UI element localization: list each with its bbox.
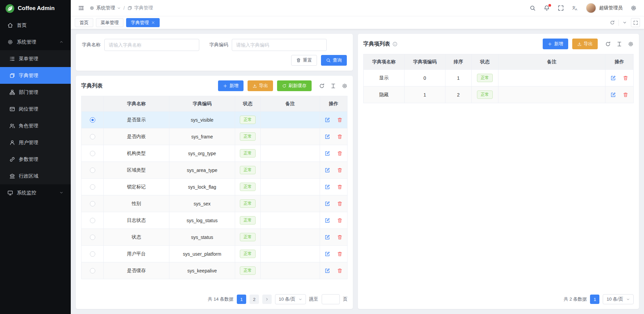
tab-menu-management[interactable]: 菜单管理 <box>96 18 123 27</box>
sidebar-item-home[interactable]: 首页 <box>0 17 71 34</box>
close-icon[interactable] <box>151 21 155 24</box>
edit-icon[interactable] <box>325 268 330 273</box>
query-button[interactable]: 查询 <box>321 55 347 66</box>
row-radio[interactable] <box>90 201 95 206</box>
row-radio[interactable] <box>90 117 95 123</box>
table-row[interactable]: 机构类型 sys_org_type 正常 <box>82 145 347 162</box>
tab-dict-management[interactable]: 字典管理 <box>126 18 160 27</box>
reset-button[interactable]: 重置 <box>291 55 317 66</box>
delete-icon[interactable] <box>337 168 342 173</box>
delete-icon[interactable] <box>337 235 342 240</box>
edit-icon[interactable] <box>325 201 330 206</box>
tab-home[interactable]: 首页 <box>75 18 93 27</box>
edit-icon[interactable] <box>325 117 330 123</box>
page-size-select[interactable]: 10 条/页 <box>275 294 306 304</box>
sidebar-item-dict-management[interactable]: 字典管理 <box>0 67 71 84</box>
row-radio[interactable] <box>90 151 95 156</box>
info-icon[interactable] <box>392 42 397 47</box>
table-row[interactable]: 隐藏 1 2 正常 <box>364 86 634 103</box>
edit-icon[interactable] <box>325 184 330 190</box>
dict-code-input[interactable] <box>232 39 327 51</box>
status-badge: 正常 <box>240 116 256 124</box>
add-dict-button[interactable]: 新增 <box>218 80 244 91</box>
delete-icon[interactable] <box>623 75 628 81</box>
settings-gear-icon[interactable] <box>631 5 637 11</box>
edit-icon[interactable] <box>610 92 616 98</box>
tab-options-chevron-icon[interactable] <box>623 20 627 25</box>
delete-icon[interactable] <box>337 134 342 139</box>
collapse-sidebar-icon[interactable] <box>78 5 84 11</box>
dict-item-title: 字典项列表 <box>363 41 397 48</box>
table-row[interactable]: 是否内嵌 sys_frame 正常 <box>82 128 347 145</box>
table-row[interactable]: 用户平台 sys_user_platform 正常 <box>82 246 347 262</box>
page-1-button[interactable]: 1 <box>237 295 246 304</box>
page-size-select[interactable]: 10 条/页 <box>603 294 634 304</box>
notification-bell-icon[interactable] <box>544 5 550 11</box>
refresh-table-icon[interactable] <box>605 41 611 47</box>
search-icon[interactable] <box>530 5 536 11</box>
edit-icon[interactable] <box>325 235 330 240</box>
fullscreen-icon[interactable] <box>558 5 564 11</box>
sidebar-item-system-monitor[interactable]: 系统监控 <box>0 184 71 201</box>
delete-icon[interactable] <box>623 92 628 98</box>
edit-icon[interactable] <box>325 151 330 156</box>
refresh-cache-button[interactable]: 刷新缓存 <box>277 80 312 91</box>
edit-icon[interactable] <box>325 218 330 223</box>
sidebar-item-post-management[interactable]: 岗位管理 <box>0 101 71 117</box>
delete-icon[interactable] <box>337 268 342 273</box>
edit-icon[interactable] <box>325 251 330 257</box>
row-radio[interactable] <box>90 218 95 223</box>
table-row[interactable]: 性别 sys_sex 正常 <box>82 195 347 212</box>
delete-icon[interactable] <box>337 251 342 257</box>
export-dict-button[interactable]: 导出 <box>248 80 273 91</box>
delete-icon[interactable] <box>337 184 342 190</box>
table-row[interactable]: 区域类型 sys_area_type 正常 <box>82 162 347 179</box>
page-1-button[interactable]: 1 <box>590 295 599 304</box>
delete-icon[interactable] <box>337 201 342 206</box>
table-row[interactable]: 锁定标记 sys_lock_flag 正常 <box>82 179 347 195</box>
sidebar-item-system-management[interactable]: 系统管理 <box>0 34 71 50</box>
delete-icon[interactable] <box>337 218 342 223</box>
edit-icon[interactable] <box>610 75 616 81</box>
breadcrumb-system[interactable]: 系统管理 <box>90 5 121 11</box>
refresh-tab-icon[interactable] <box>610 20 615 25</box>
delete-icon[interactable] <box>337 151 342 156</box>
content-fullscreen-button[interactable] <box>631 18 640 27</box>
column-settings-icon[interactable] <box>330 83 336 89</box>
page-2-button[interactable]: 2 <box>250 295 259 304</box>
add-dict-item-button[interactable]: 新增 <box>543 39 568 49</box>
row-radio[interactable] <box>90 251 95 257</box>
next-page-button[interactable] <box>262 295 272 304</box>
row-radio[interactable] <box>90 235 95 240</box>
org-tree-icon <box>9 89 15 95</box>
translate-icon[interactable] <box>572 5 578 11</box>
export-dict-item-button[interactable]: 导出 <box>572 39 598 49</box>
dict-name-input[interactable] <box>104 39 199 51</box>
edit-icon[interactable] <box>325 168 330 173</box>
column-settings-icon[interactable] <box>616 41 622 47</box>
table-row[interactable]: 是否显示 sys_visible 正常 <box>82 112 347 128</box>
refresh-table-icon[interactable] <box>319 83 325 89</box>
table-settings-gear-icon[interactable] <box>342 83 347 89</box>
delete-icon[interactable] <box>337 117 342 123</box>
table-settings-gear-icon[interactable] <box>628 41 634 47</box>
table-row[interactable]: 日志状态 sys_log_status 正常 <box>82 212 347 229</box>
sidebar-item-dept-management[interactable]: 部门管理 <box>0 84 71 101</box>
row-radio[interactable] <box>90 168 95 173</box>
edit-icon[interactable] <box>325 134 330 139</box>
app-root: Coffee Admin 首页 系统管理 菜单管理 字典管理 <box>0 0 644 314</box>
sidebar-item-menu-management[interactable]: 菜单管理 <box>0 50 71 67</box>
table-row[interactable]: 显示 0 1 正常 <box>364 70 634 86</box>
user-profile[interactable]: 超级管理员 <box>586 3 623 13</box>
dict-item-panel: 字典项列表 新增 导出 <box>358 34 639 309</box>
row-radio[interactable] <box>90 268 95 273</box>
table-row[interactable]: 是否缓存 sys_keepalive 正常 <box>82 262 347 279</box>
jump-to-input[interactable] <box>322 294 340 304</box>
table-row[interactable]: 状态 sys_status 正常 <box>82 229 347 246</box>
row-radio[interactable] <box>90 134 95 139</box>
sidebar-item-role-management[interactable]: 角色管理 <box>0 117 71 134</box>
sidebar-item-param-management[interactable]: 参数管理 <box>0 151 71 168</box>
row-radio[interactable] <box>90 184 95 190</box>
sidebar-item-user-management[interactable]: 用户管理 <box>0 134 71 151</box>
sidebar-item-admin-region[interactable]: 行政区域 <box>0 168 71 184</box>
